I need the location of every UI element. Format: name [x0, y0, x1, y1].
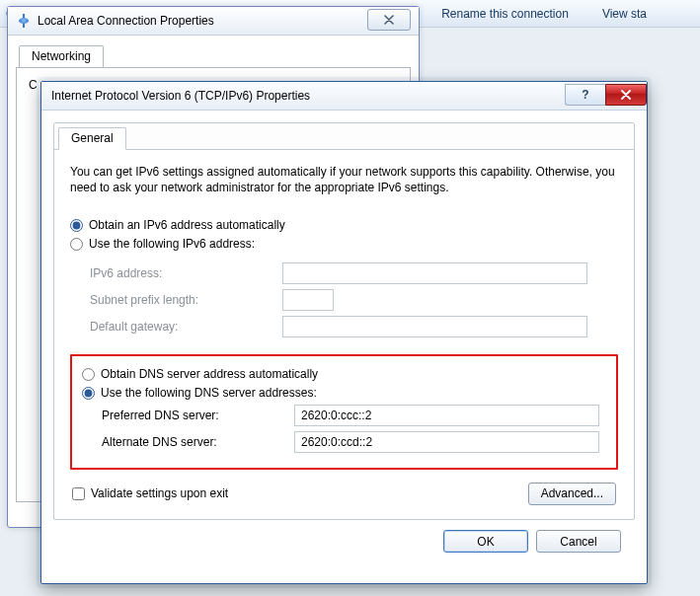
network-icon	[16, 13, 32, 29]
parent-tabstrip: Networking	[16, 45, 411, 68]
radio-ipv6-auto[interactable]	[70, 219, 83, 232]
input-alternate-dns[interactable]	[294, 431, 599, 453]
radio-dns-manual[interactable]	[82, 387, 95, 400]
tab-general[interactable]: General	[58, 127, 126, 150]
close-icon	[383, 15, 395, 25]
checkbox-validate-on-exit[interactable]	[72, 487, 85, 500]
input-preferred-dns[interactable]	[294, 405, 599, 426]
advanced-button[interactable]: Advanced...	[528, 483, 616, 505]
label-dns-manual: Use the following DNS server addresses:	[101, 386, 317, 400]
dns-fields: Preferred DNS server: Alternate DNS serv…	[82, 405, 606, 453]
modal-title: Internet Protocol Version 6 (TCP/IPv6) P…	[51, 89, 310, 103]
modal-close-button[interactable]	[605, 84, 647, 106]
parent-title: Local Area Connection Properties	[38, 14, 214, 28]
label-default-gateway: Default gateway:	[90, 320, 282, 334]
radio-dns-auto[interactable]	[82, 368, 95, 381]
tab-networking[interactable]: Networking	[19, 45, 104, 67]
modal-panel: General You can get IPv6 settings assign…	[53, 122, 635, 520]
stage: Local Area Connection Properties Network…	[0, 0, 700, 596]
label-validate-on-exit: Validate settings upon exit	[91, 486, 228, 500]
dialog-buttons: OK Cancel	[53, 520, 635, 553]
toolbar-view-status[interactable]: View sta	[602, 7, 647, 21]
help-button[interactable]: ?	[565, 84, 605, 106]
label-ipv6-auto: Obtain an IPv6 address automatically	[89, 218, 285, 232]
modal-titlebar: Internet Protocol Version 6 (TCP/IPv6) P…	[41, 82, 647, 111]
label-ipv6-address: IPv6 address:	[90, 266, 282, 280]
cancel-button[interactable]: Cancel	[536, 530, 621, 553]
dns-highlight-box: Obtain DNS server address automatically …	[70, 354, 618, 470]
modal-tabstrip: General	[54, 123, 634, 150]
ipv6-address-fields: IPv6 address: Subnet prefix length: Defa…	[70, 256, 618, 346]
toolbar-rename-label: Rename this connection	[441, 7, 569, 21]
ok-button[interactable]: OK	[443, 530, 528, 553]
radio-ipv6-manual[interactable]	[70, 238, 83, 251]
panel-bottom-row: Validate settings upon exit Advanced...	[70, 482, 618, 505]
parent-truncated-label: C	[29, 78, 38, 92]
toolbar-rename[interactable]: Rename this connection	[441, 7, 569, 21]
ipv6-properties-dialog: Internet Protocol Version 6 (TCP/IPv6) P…	[40, 81, 648, 584]
label-prefix-length: Subnet prefix length:	[90, 293, 282, 307]
close-icon	[620, 90, 632, 100]
input-ipv6-address	[282, 262, 587, 284]
label-dns-auto: Obtain DNS server address automatically	[101, 367, 318, 381]
label-alternate-dns: Alternate DNS server:	[102, 435, 294, 449]
modal-panel-content: You can get IPv6 settings assigned autom…	[54, 150, 634, 519]
input-default-gateway	[282, 316, 587, 337]
parent-titlebar: Local Area Connection Properties	[8, 7, 419, 36]
label-ipv6-manual: Use the following IPv6 address:	[89, 237, 255, 251]
modal-body: General You can get IPv6 settings assign…	[41, 111, 647, 562]
toolbar-view-label: View sta	[602, 7, 647, 21]
parent-close-button[interactable]	[367, 9, 411, 31]
intro-text: You can get IPv6 settings assigned autom…	[70, 164, 618, 195]
input-prefix-length	[282, 289, 334, 311]
label-preferred-dns: Preferred DNS server:	[102, 409, 294, 422]
modal-title-controls: ?	[565, 85, 647, 107]
